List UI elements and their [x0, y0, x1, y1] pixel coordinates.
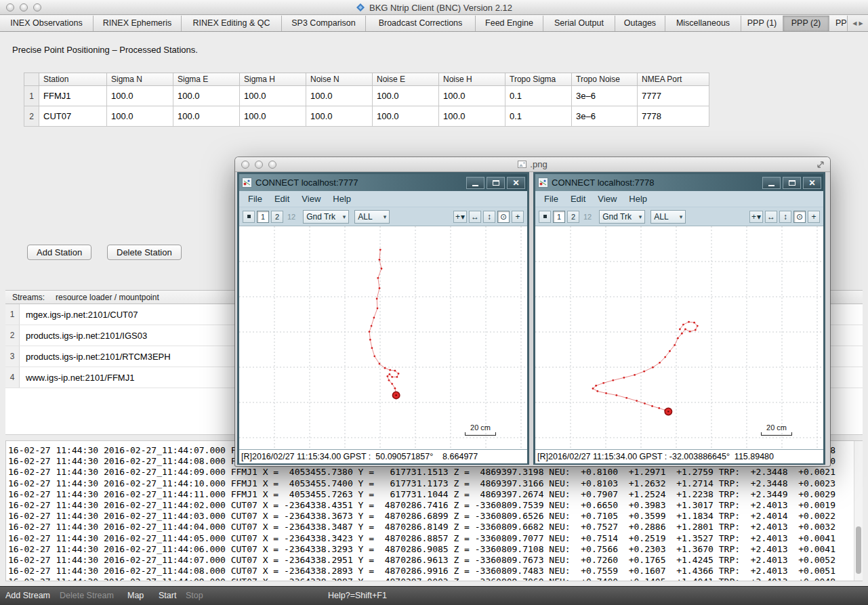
table-cell[interactable]: 100.0 [373, 106, 439, 127]
table-cell[interactable]: 100.0 [439, 106, 505, 127]
plot-type-select[interactable]: Gnd Trk ▾ [599, 210, 645, 224]
table-cell[interactable]: 3e–6 [572, 86, 638, 106]
minimize-button[interactable] [466, 177, 484, 189]
zoom-menu-button[interactable]: + ▾ [453, 211, 467, 223]
maximize-button[interactable] [487, 177, 505, 189]
menu-view[interactable]: View [592, 194, 623, 204]
row-number[interactable]: 2 [24, 106, 39, 127]
tab-rinex-ephemeris[interactable]: RINEX Ephemeris [94, 16, 182, 31]
satellite-select[interactable]: ALL ▾ [354, 210, 390, 224]
zoom-button[interactable] [268, 161, 276, 169]
row-number[interactable]: 4 [5, 367, 20, 388]
close-button[interactable]: ✕ [507, 177, 525, 189]
table-cell[interactable]: 100.0 [173, 106, 240, 127]
add-stream-button[interactable]: Add Stream [5, 587, 50, 605]
table-cell[interactable]: CUT07 [39, 106, 107, 127]
minimize-button[interactable] [20, 3, 28, 12]
tab-broadcast-corrections[interactable]: Broadcast Corrections [366, 16, 476, 31]
menu-help[interactable]: Help [327, 194, 357, 204]
table-cell[interactable]: 100.0 [107, 106, 173, 127]
scale-bar [465, 432, 496, 436]
row-number[interactable]: 3 [5, 346, 20, 367]
minimize-button[interactable] [762, 177, 781, 189]
titlebar[interactable]: BKG Ntrip Client (BNC) Version 2.12 [0, 0, 868, 15]
tab-ppp-1[interactable]: PPP (1) [741, 16, 783, 31]
table-cell[interactable]: 100.0 [240, 86, 306, 106]
track-plot-canvas[interactable] [535, 226, 823, 449]
tab-serial-output[interactable]: Serial Output [543, 16, 615, 31]
tab-ppp-partial[interactable]: PPP [829, 16, 848, 31]
log-scrollbar[interactable] [854, 441, 863, 581]
tab-ppp-2[interactable]: PPP (2) [783, 16, 829, 31]
ground-track-plot[interactable]: 20 cm [535, 226, 823, 449]
tab-rinex-editing-qc[interactable]: RINEX Editing & QC [182, 16, 282, 31]
table-cell[interactable]: 0.1 [505, 106, 572, 127]
table-cell[interactable]: 100.0 [439, 86, 505, 106]
menu-file[interactable]: File [242, 194, 268, 204]
fix-center-button[interactable]: + [512, 211, 524, 223]
scrollbar-thumb[interactable] [856, 526, 861, 574]
row-number[interactable]: 2 [5, 325, 20, 346]
zoom-menu-button[interactable]: + ▾ [749, 211, 763, 223]
delete-stream-button[interactable]: Delete Stream [60, 587, 114, 605]
table-cell[interactable]: 100.0 [306, 106, 373, 127]
track-plot-canvas[interactable] [239, 226, 527, 449]
table-cell[interactable]: 100.0 [373, 86, 439, 106]
fit-vertical-button[interactable]: ↕ [779, 211, 791, 223]
rtkplot-titlebar[interactable]: CONNECT localhost:7778 ✕ [535, 174, 823, 191]
table-cell[interactable]: 100.0 [173, 86, 240, 106]
solution-1-button[interactable]: 1 [257, 211, 269, 223]
close-button[interactable] [6, 3, 14, 12]
fit-horizontal-button[interactable]: ↔ [765, 211, 777, 223]
menu-edit[interactable]: Edit [564, 194, 592, 204]
delete-station-button[interactable]: Delete Station [107, 245, 182, 260]
rtkplot-titlebar[interactable]: CONNECT localhost:7777 ✕ [239, 174, 527, 191]
connect-stream-button[interactable] [243, 211, 255, 223]
map-button[interactable]: Map [127, 587, 144, 605]
table-cell[interactable]: 100.0 [240, 106, 306, 127]
connect-stream-button[interactable] [539, 211, 551, 223]
fullscreen-icon[interactable] [817, 161, 825, 169]
menu-edit[interactable]: Edit [268, 194, 295, 204]
table-cell[interactable]: 100.0 [306, 86, 373, 106]
tab-rinex-observations[interactable]: INEX Observations [0, 16, 94, 31]
ground-track-plot[interactable]: 20 cm [239, 226, 527, 449]
fix-center-button[interactable]: + [808, 211, 820, 223]
table-cell[interactable]: 7778 [638, 106, 709, 127]
solution-2-button[interactable]: 2 [567, 211, 579, 223]
table-cell[interactable]: 0.1 [505, 86, 572, 106]
tab-outages[interactable]: Outages [615, 16, 665, 31]
menu-view[interactable]: View [295, 194, 327, 204]
satellite-select[interactable]: ALL ▾ [650, 210, 686, 224]
fit-horizontal-button[interactable]: ↔ [469, 211, 481, 223]
minimize-button[interactable] [255, 161, 263, 169]
table-cell[interactable]: FFMJ1 [39, 86, 107, 106]
menu-file[interactable]: File [538, 194, 564, 204]
center-target-icon: ⊙ [500, 212, 507, 222]
row-number[interactable]: 1 [24, 86, 39, 106]
center-origin-button[interactable]: ⊙ [793, 211, 806, 223]
solution-2-button[interactable]: 2 [271, 211, 283, 223]
maximize-button[interactable] [783, 177, 801, 189]
tab-scroll-left-icon[interactable]: ◀ [852, 20, 856, 26]
add-station-button[interactable]: Add Station [27, 245, 91, 260]
tab-sp3-comparison[interactable]: SP3 Comparison [282, 16, 366, 31]
fit-vertical-button[interactable]: ↕ [483, 211, 495, 223]
viewer-titlebar[interactable]: .png [235, 157, 830, 172]
menu-help[interactable]: Help [623, 194, 653, 204]
tab-miscellaneous[interactable]: Miscellaneous [665, 16, 741, 31]
zoom-button[interactable] [33, 3, 41, 12]
table-cell[interactable]: 100.0 [107, 86, 173, 106]
close-button[interactable]: ✕ [803, 177, 821, 189]
close-button[interactable] [241, 161, 249, 169]
row-number[interactable]: 1 [5, 304, 20, 325]
tab-scroll-right-icon[interactable]: ▶ [859, 20, 863, 26]
solution-1-button[interactable]: 1 [553, 211, 565, 223]
tab-feed-engine[interactable]: Feed Engine [476, 16, 543, 31]
start-button[interactable]: Start [159, 587, 176, 605]
center-origin-button[interactable]: ⊙ [497, 211, 510, 223]
table-cell[interactable]: 7777 [638, 86, 709, 106]
stop-button[interactable]: Stop [186, 587, 203, 605]
plot-type-select[interactable]: Gnd Trk ▾ [303, 210, 349, 224]
table-cell[interactable]: 3e–6 [572, 106, 638, 127]
